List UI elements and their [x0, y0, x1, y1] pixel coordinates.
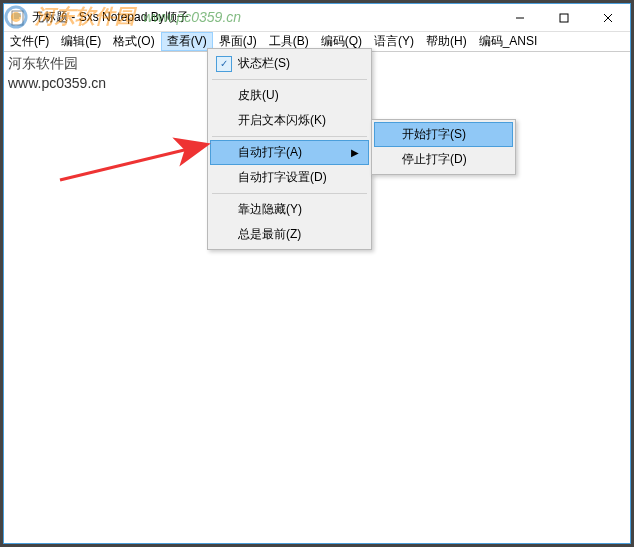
menu-language[interactable]: 语言(Y) — [368, 32, 420, 51]
titlebar[interactable]: 无标题 - Sxs Notepad By顺子 — [4, 4, 630, 32]
close-button[interactable] — [586, 4, 630, 32]
menu-always-top[interactable]: 总是最前(Z) — [210, 222, 369, 247]
minimize-button[interactable] — [498, 4, 542, 32]
check-icon: ✓ — [216, 56, 232, 72]
menu-statusbar[interactable]: ✓ 状态栏(S) — [210, 51, 369, 76]
submenu-start-typing[interactable]: 开始打字(S) — [374, 122, 513, 147]
menu-separator — [212, 136, 367, 137]
window-controls — [498, 4, 630, 32]
menu-skin[interactable]: 皮肤(U) — [210, 83, 369, 108]
maximize-button[interactable] — [542, 4, 586, 32]
menu-separator — [212, 193, 367, 194]
menu-file[interactable]: 文件(F) — [4, 32, 55, 51]
menu-hide-edge[interactable]: 靠边隐藏(Y) — [210, 197, 369, 222]
view-dropdown: ✓ 状态栏(S) 皮肤(U) 开启文本闪烁(K) 自动打字(A) ▶ 自动打字设… — [207, 48, 372, 250]
autotype-submenu: 开始打字(S) 停止打字(D) — [371, 119, 516, 175]
submenu-arrow-icon: ▶ — [351, 147, 359, 158]
app-icon — [10, 10, 26, 26]
menu-auto-type-settings[interactable]: 自动打字设置(D) — [210, 165, 369, 190]
menu-edit[interactable]: 编辑(E) — [55, 32, 107, 51]
menu-text-blink[interactable]: 开启文本闪烁(K) — [210, 108, 369, 133]
menu-format[interactable]: 格式(O) — [107, 32, 160, 51]
menu-auto-type[interactable]: 自动打字(A) ▶ — [210, 140, 369, 165]
menu-view[interactable]: 查看(V) — [161, 32, 213, 51]
window-title: 无标题 - Sxs Notepad By顺子 — [32, 9, 498, 26]
submenu-stop-typing[interactable]: 停止打字(D) — [374, 147, 513, 172]
menu-separator — [212, 79, 367, 80]
menu-encoding-ansi[interactable]: 编码_ANSI — [473, 32, 544, 51]
svg-rect-2 — [560, 14, 568, 22]
menu-help[interactable]: 帮助(H) — [420, 32, 473, 51]
